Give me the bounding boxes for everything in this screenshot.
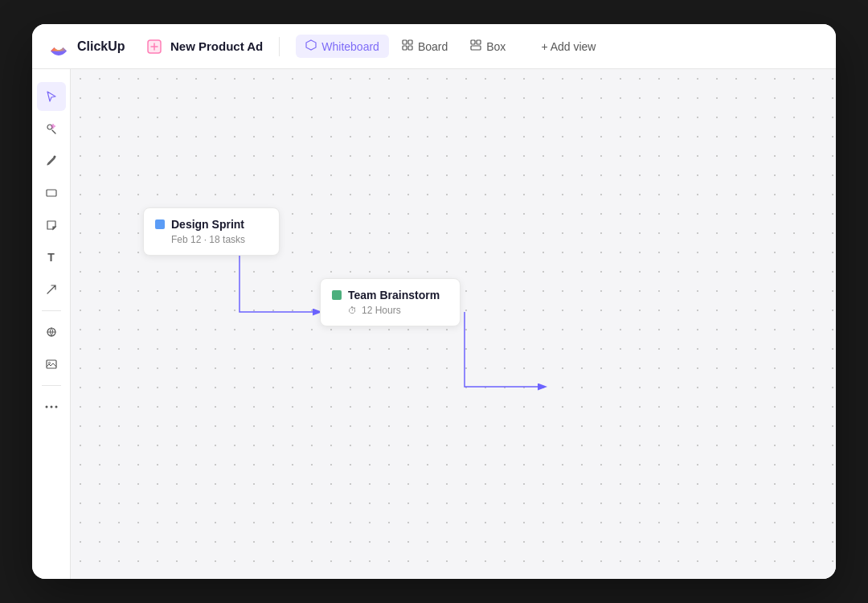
svg-rect-4 [408, 40, 412, 44]
tab-whiteboard[interactable]: Whiteboard [296, 35, 389, 58]
svg-point-16 [50, 406, 52, 408]
svg-rect-9 [471, 46, 481, 50]
svg-point-17 [55, 406, 57, 408]
svg-rect-7 [471, 40, 475, 44]
tab-box[interactable]: Box [461, 35, 515, 58]
svg-rect-13 [47, 360, 56, 368]
header: ClickUp New Product Ad Whiteboard [32, 24, 836, 69]
card-team-brainstorm[interactable]: Team Brainstorm ⏱ 12 Hours [320, 278, 461, 326]
box-icon [470, 39, 481, 53]
tool-more[interactable] [37, 392, 66, 421]
add-view-label: + Add view [541, 40, 596, 53]
logo-text: ClickUp [77, 39, 125, 54]
tool-globe[interactable] [37, 318, 66, 347]
svg-rect-3 [403, 40, 407, 44]
card-title: Design Sprint [171, 218, 244, 231]
card-hours: 12 Hours [362, 305, 401, 316]
tab-whiteboard-label: Whiteboard [321, 40, 379, 53]
tool-pen[interactable] [37, 146, 66, 175]
svg-rect-6 [408, 46, 412, 50]
tool-magic[interactable] [37, 114, 66, 143]
board-icon [402, 39, 413, 53]
tool-image[interactable] [37, 350, 66, 379]
project-name: New Product Ad [170, 39, 263, 53]
whiteboard-icon [305, 39, 317, 53]
svg-rect-8 [477, 40, 481, 44]
tool-divider [42, 310, 61, 311]
card-status-dot-2 [332, 290, 342, 300]
project-title-area: New Product Ad [145, 37, 280, 56]
logo[interactable]: ClickUp [48, 35, 129, 58]
tab-board-label: Board [418, 40, 448, 53]
text-icon: T [47, 251, 55, 264]
toolbar: T [32, 69, 71, 579]
hours-icon: ⏱ [348, 306, 357, 315]
add-view-button[interactable]: + Add view [531, 35, 605, 58]
tool-text[interactable]: T [37, 243, 66, 272]
nav-tabs: Whiteboard Board [296, 35, 515, 58]
svg-point-14 [48, 363, 50, 364]
main-content: T [32, 69, 836, 579]
card-header-2: Team Brainstorm [332, 289, 448, 302]
card-design-sprint[interactable]: Design Sprint Feb 12 · 18 tasks [143, 207, 280, 256]
tool-note[interactable] [37, 211, 66, 240]
svg-point-15 [45, 406, 47, 408]
canvas[interactable]: Design Sprint Feb 12 · 18 tasks Team Bra… [71, 69, 836, 579]
tool-arrow[interactable] [37, 275, 66, 304]
tab-box-label: Box [486, 40, 506, 53]
svg-rect-5 [403, 46, 407, 50]
project-icon [145, 37, 164, 56]
card-meta: Feb 12 · 18 tasks [155, 234, 268, 245]
clickup-logo-icon [48, 35, 71, 58]
card-header: Design Sprint [155, 218, 268, 231]
tool-divider-2 [42, 385, 61, 386]
card-meta-row: ⏱ 12 Hours [332, 305, 448, 316]
svg-marker-2 [306, 40, 316, 50]
tool-cursor[interactable] [37, 82, 66, 111]
tab-board[interactable]: Board [392, 35, 457, 58]
app-window: ClickUp New Product Ad Whiteboard [32, 24, 836, 579]
card-title-2: Team Brainstorm [348, 289, 440, 302]
card-status-dot [155, 219, 165, 229]
svg-rect-11 [47, 190, 56, 196]
tool-rectangle[interactable] [37, 178, 66, 207]
